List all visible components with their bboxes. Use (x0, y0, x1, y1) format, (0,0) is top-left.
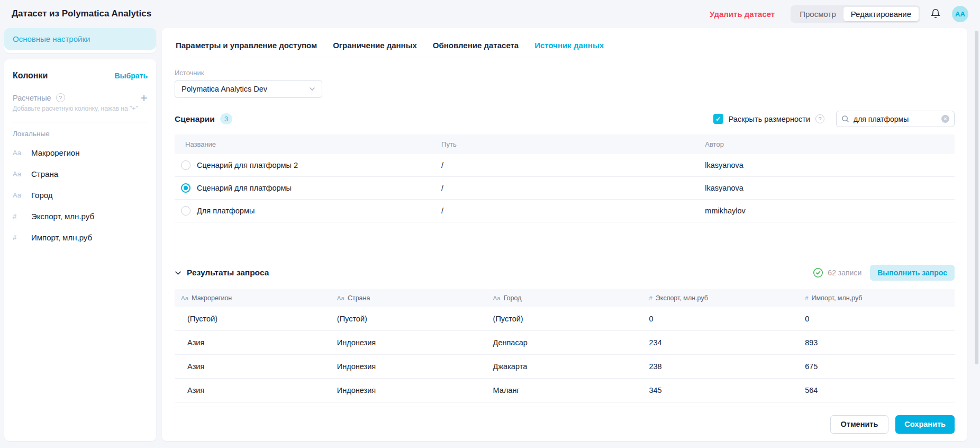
tab-bar: Параметры и управление доступом Ограниче… (175, 28, 606, 58)
source-select-value: Polymatica Analytics Dev (182, 85, 267, 93)
topbar: Датасет из Polymatica Analytics Удалить … (0, 0, 980, 28)
number-type-icon: # (805, 295, 808, 301)
text-type-icon: Aa (337, 295, 344, 301)
footer-actions: Отменить Сохранить (175, 407, 955, 441)
edit-mode-button[interactable]: Редактирование (843, 7, 919, 21)
expand-dimensions-help-icon[interactable]: ? (815, 114, 824, 123)
calculated-hint: Добавьте расчетную колонку, нажав на "+" (13, 105, 148, 112)
page-title: Датасет из Polymatica Analytics (12, 8, 151, 19)
calculated-help-icon[interactable]: ? (56, 93, 65, 102)
cancel-button[interactable]: Отменить (830, 415, 889, 434)
run-query-button[interactable]: Выполнить запрос (870, 265, 955, 281)
tab-params-access[interactable]: Параметры и управление доступом (176, 41, 317, 50)
sidebar-nav: Основные настройки (4, 28, 156, 53)
column-item-export[interactable]: # Экспорт, млн.руб (13, 205, 148, 227)
notifications-bell-icon[interactable] (930, 8, 941, 20)
select-columns-link[interactable]: Выбрать (114, 71, 148, 80)
save-button[interactable]: Сохранить (895, 415, 955, 434)
expand-dimensions-label: Раскрыть размерности (729, 115, 810, 123)
number-type-icon: # (13, 212, 24, 220)
scenario-row[interactable]: Для платформы / mmikhaylov (175, 200, 955, 222)
text-type-icon: Aa (181, 295, 188, 301)
expand-dimensions-checkbox[interactable]: ✓ (713, 114, 723, 124)
results-table: AaМакрорегион AaСтрана AaГород #Экспорт,… (175, 289, 955, 407)
mode-switcher: Просмотр Редактирование (791, 5, 920, 23)
calculated-label: Расчетные (13, 94, 51, 102)
radio-unselected-icon[interactable] (181, 206, 190, 216)
table-row: Азия Индонезия Джакарта 238 675 (175, 355, 955, 379)
search-icon (841, 115, 849, 123)
search-input[interactable] (854, 115, 928, 123)
tab-dataset-refresh[interactable]: Обновление датасета (433, 41, 519, 50)
columns-title: Колонки (13, 71, 48, 80)
number-type-icon: # (13, 234, 24, 241)
local-columns-label: Локальные (13, 130, 148, 138)
divider (13, 122, 148, 122)
radio-unselected-icon[interactable] (181, 160, 190, 170)
tab-data-source[interactable]: Источник данных (534, 41, 604, 50)
records-count: 62 записи (828, 268, 861, 277)
chevron-down-icon (309, 86, 315, 92)
results-table-header: AaМакрорегион AaСтрана AaГород #Экспорт,… (175, 289, 955, 307)
column-item-macroregion[interactable]: Aa Макрорегион (13, 142, 148, 163)
scenarios-table: Название Путь Автор Сценарий для платфор… (175, 135, 955, 222)
column-item-country[interactable]: Aa Страна (13, 163, 148, 184)
column-item-city[interactable]: Aa Город (13, 184, 148, 205)
sidebar-item-main-settings[interactable]: Основные настройки (4, 28, 156, 50)
table-row: Азия Индонезия Денпасар 234 893 (175, 331, 955, 355)
main-panel: Параметры и управление доступом Ограниче… (162, 28, 967, 441)
avatar[interactable]: AA (952, 6, 968, 22)
scenarios-title: Сценарии (175, 114, 215, 124)
clear-search-icon[interactable]: ✕ (941, 115, 949, 123)
text-type-icon: Aa (13, 191, 24, 199)
collapse-chevron-icon[interactable] (175, 270, 182, 276)
text-type-icon: Aa (13, 149, 24, 157)
success-check-icon (813, 267, 823, 278)
add-calculated-column-button[interactable]: + (140, 94, 148, 102)
scenario-row-selected[interactable]: Сценарий для платформы / lkasyanova (175, 177, 955, 200)
results-title: Результаты запроса (187, 268, 269, 277)
number-type-icon: # (649, 295, 652, 301)
tab-data-restriction[interactable]: Ограничение данных (333, 41, 417, 50)
scenario-search: ✕ (836, 111, 955, 127)
vertical-scrollbar[interactable] (975, 31, 978, 364)
source-label: Источник (175, 69, 955, 77)
delete-dataset-button[interactable]: Удалить датасет (710, 10, 775, 19)
scenarios-count-badge: 3 (220, 113, 232, 124)
table-row: (Пустой) (Пустой) (Пустой) 0 0 (175, 307, 955, 331)
scenario-row[interactable]: Сценарий для платформы 2 / lkasyanova (175, 154, 955, 177)
column-item-import[interactable]: # Импорт, млн,руб (13, 227, 148, 248)
text-type-icon: Aa (493, 295, 501, 301)
view-mode-button[interactable]: Просмотр (792, 7, 843, 21)
text-type-icon: Aa (13, 170, 24, 178)
radio-selected-icon[interactable] (181, 183, 190, 193)
table-row: Азия Индонезия Маланг 345 564 (175, 379, 955, 402)
columns-panel: Колонки Выбрать Расчетные ? + Добавьте р… (4, 59, 156, 441)
scenarios-table-header: Название Путь Автор (175, 135, 955, 154)
source-select[interactable]: Polymatica Analytics Dev (175, 80, 322, 98)
